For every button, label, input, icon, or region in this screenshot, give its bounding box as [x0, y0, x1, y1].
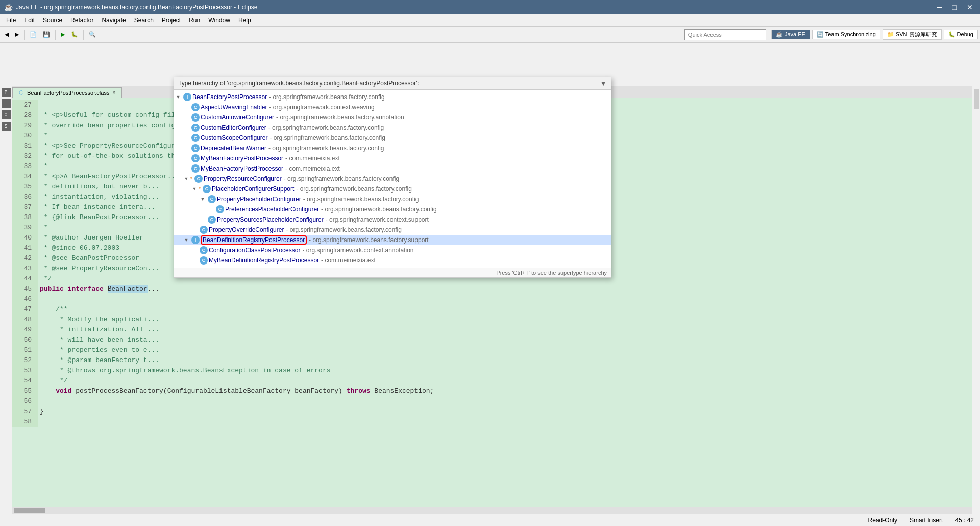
- class-icon-customscope: C: [191, 134, 200, 142]
- toolbar-btn-search[interactable]: 🔍: [86, 29, 99, 41]
- quick-access-area: [684, 29, 766, 40]
- expand-icon-beandefinitionregistry: ▼: [182, 237, 190, 243]
- class-icon-deprecatedbean: C: [191, 144, 200, 152]
- menu-help[interactable]: Help: [234, 16, 255, 25]
- class-name-propertysources: PropertySourcesPlaceholderConfigurer: [217, 216, 324, 223]
- perspective-debug[interactable]: 🐛 Debug: [944, 30, 978, 39]
- perspective-java-ee[interactable]: ☕ Java EE: [771, 30, 810, 39]
- menu-navigate[interactable]: Navigate: [97, 16, 130, 25]
- package-propertyresource: - org.springframework.beans.factory.conf…: [284, 175, 400, 182]
- tree-item-propertypholder[interactable]: ▼ C PropertyPlaceholderConfigurer - org.…: [174, 194, 611, 204]
- perspective-svn[interactable]: 📁 SVN 资源库研究: [883, 29, 942, 40]
- horizontal-scrollbar-thumb[interactable]: [14, 508, 45, 513]
- class-icon-propertysources: C: [208, 216, 216, 224]
- popup-content: ▼ I BeanFactoryPostProcessor - org.sprin…: [174, 90, 611, 268]
- popup-footer-text: Press 'Ctrl+T' to see the supertype hier…: [496, 270, 607, 276]
- class-icon-customautowire: C: [191, 113, 200, 122]
- menu-refactor[interactable]: Refactor: [66, 16, 97, 25]
- toolbar-btn-debug[interactable]: 🐛: [68, 29, 81, 41]
- package-customeditor: - org.springframework.beans.factory.conf…: [268, 124, 384, 131]
- tree-item-mybeanfactory-1[interactable]: C MyBeanFactoryPostProcessor - com.meime…: [174, 153, 611, 163]
- menu-source[interactable]: Source: [39, 16, 66, 25]
- class-icon-mybeanfactory-2: C: [191, 164, 200, 173]
- popup-title: Type hierarchy of 'org.springframework.b…: [178, 80, 419, 87]
- tree-item-mybeandefinitionregistry[interactable]: C MyBeanDefinitionRegistryPostProcessor …: [174, 255, 611, 266]
- left-icon-4[interactable]: S: [2, 122, 11, 131]
- class-name-placeholderconf: PlaceholderConfigurerSupport: [212, 185, 294, 193]
- menu-run[interactable]: Run: [185, 16, 204, 25]
- minimize-button[interactable]: ─: [934, 3, 945, 11]
- title-bar: ☕ Java EE - org.springframework.beans.fa…: [0, 0, 980, 14]
- toolbar-btn-1[interactable]: ◀: [2, 29, 11, 41]
- code-line-51: 51 * properties even to e...: [12, 345, 972, 355]
- status-readonly: Read-Only: [868, 517, 897, 524]
- toolbar-sep-3: [83, 30, 84, 40]
- tab-close-button[interactable]: ×: [112, 90, 115, 95]
- menu-window[interactable]: Window: [204, 16, 234, 25]
- class-icon-propertyresource: C: [194, 175, 203, 183]
- class-name-mybeanfactory-1: MyBeanFactoryPostProcessor: [201, 155, 283, 162]
- right-sidebar-icons: [972, 86, 980, 526]
- left-icon-2[interactable]: T: [2, 99, 11, 108]
- editor-tab-beanfactory[interactable]: ⬡ BeanFactoryPostProcessor.class ×: [12, 87, 122, 98]
- class-name-beandefinitionregistry: BeanDefinitionRegistryPostProcessor: [201, 235, 307, 245]
- tab-icon: ⬡: [19, 89, 24, 96]
- code-line-48: 48 * Modify the applicati...: [12, 315, 972, 325]
- vertical-scrollbar-thumb[interactable]: [974, 89, 979, 109]
- toolbar: ◀ ▶ 📄 💾 ▶ 🐛 🔍 ☕ Java EE 🔄 Team Synchroni…: [0, 27, 980, 43]
- class-name-propertypholder: PropertyPlaceholderConfigurer: [217, 196, 301, 203]
- menu-edit[interactable]: Edit: [20, 16, 39, 25]
- tree-item-customscope[interactable]: C CustomScopeConfigurer - org.springfram…: [174, 133, 611, 143]
- status-bar: Read-Only Smart Insert 45 : 42: [0, 514, 980, 526]
- menu-bar: File Edit Source Refactor Navigate Searc…: [0, 14, 980, 27]
- code-line-46: 46: [12, 294, 972, 304]
- tree-item-mybeanfactory-2[interactable]: C MyBeanFactoryPostProcessor - com.meime…: [174, 163, 611, 174]
- class-name-propertyoverride: PropertyOverrideConfigurer: [209, 226, 284, 233]
- tree-item-aspectj[interactable]: C AspectJWeavingEnabler - org.springfram…: [174, 102, 611, 112]
- class-icon-aspectj: C: [191, 103, 200, 111]
- popup-dropdown-arrow[interactable]: ▼: [600, 79, 607, 87]
- class-name-mybeandefinitionregistry: MyBeanDefinitionRegistryPostProcessor: [209, 257, 319, 264]
- class-name-mybeanfactory-2: MyBeanFactoryPostProcessor: [201, 165, 283, 172]
- left-sidebar-icons: P T O S: [0, 86, 12, 526]
- tree-item-preferencespholder[interactable]: C PreferencesPlaceholderConfigurer - org…: [174, 204, 611, 214]
- toolbar-btn-run[interactable]: ▶: [58, 29, 67, 41]
- code-line-53: 53 * @throws org.springframework.beans.B…: [12, 366, 972, 376]
- quick-access-input[interactable]: [684, 29, 766, 40]
- tree-item-beanfactorypostprocessor[interactable]: ▼ I BeanFactoryPostProcessor - org.sprin…: [174, 92, 611, 102]
- horizontal-scrollbar[interactable]: [12, 507, 972, 514]
- title-text: Java EE - org.springframework.beans.fact…: [16, 4, 257, 11]
- toolbar-btn-save[interactable]: 💾: [40, 29, 53, 41]
- menu-project[interactable]: Project: [158, 16, 185, 25]
- perspective-team-sync[interactable]: 🔄 Team Synchronizing: [812, 30, 880, 39]
- close-button[interactable]: ✕: [964, 3, 976, 11]
- package-deprecatedbean: - org.springframework.beans.factory.conf…: [268, 145, 384, 152]
- tree-item-placeholderconf[interactable]: ▼ * C PlaceholderConfigurerSupport - org…: [174, 184, 611, 194]
- class-icon-mybeanfactory-1: C: [191, 154, 200, 162]
- class-icon-propertypholder: C: [208, 195, 216, 203]
- tree-item-customautowire[interactable]: C CustomAutowireConfigurer - org.springf…: [174, 112, 611, 123]
- class-name-root: BeanFactoryPostProcessor: [192, 93, 267, 101]
- class-name-aspectj: AspectJWeavingEnabler: [201, 104, 267, 111]
- title-bar-left: ☕ Java EE - org.springframework.beans.fa…: [4, 3, 257, 11]
- expand-icon-root: ▼: [174, 94, 182, 100]
- tree-item-propertyresource[interactable]: ▼ * C PropertyResourceConfigurer - org.s…: [174, 174, 611, 184]
- tree-item-deprecatedbean[interactable]: C DeprecatedBeanWarner - org.springframe…: [174, 143, 611, 153]
- tree-item-customeditor[interactable]: C CustomEditorConfigurer - org.springfra…: [174, 123, 611, 133]
- package-mybeanfactory-1: - com.meimeixia.ext: [285, 155, 340, 162]
- expand-icon-propertypholder: ▼: [199, 197, 207, 202]
- left-icon-1[interactable]: P: [2, 88, 11, 97]
- left-icon-3[interactable]: O: [2, 110, 11, 119]
- menu-search[interactable]: Search: [130, 16, 158, 25]
- toolbar-btn-2[interactable]: ▶: [12, 29, 21, 41]
- toolbar-btn-new[interactable]: 📄: [27, 29, 39, 41]
- abstract-indicator: *: [190, 176, 192, 182]
- maximize-button[interactable]: □: [949, 3, 960, 11]
- class-name-customeditor: CustomEditorConfigurer: [201, 124, 266, 131]
- tree-item-propertyoverride[interactable]: C PropertyOverrideConfigurer - org.sprin…: [174, 225, 611, 235]
- tree-item-beandefinitionregistry[interactable]: ▼ I BeanDefinitionRegistryPostProcessor …: [174, 235, 611, 245]
- menu-file[interactable]: File: [2, 16, 20, 25]
- package-mybeanfactory-2: - com.meimeixia.ext: [285, 165, 340, 172]
- tree-item-configurationclass[interactable]: C ConfigurationClassPostProcessor - org.…: [174, 245, 611, 255]
- tree-item-propertysources[interactable]: C PropertySourcesPlaceholderConfigurer -…: [174, 214, 611, 225]
